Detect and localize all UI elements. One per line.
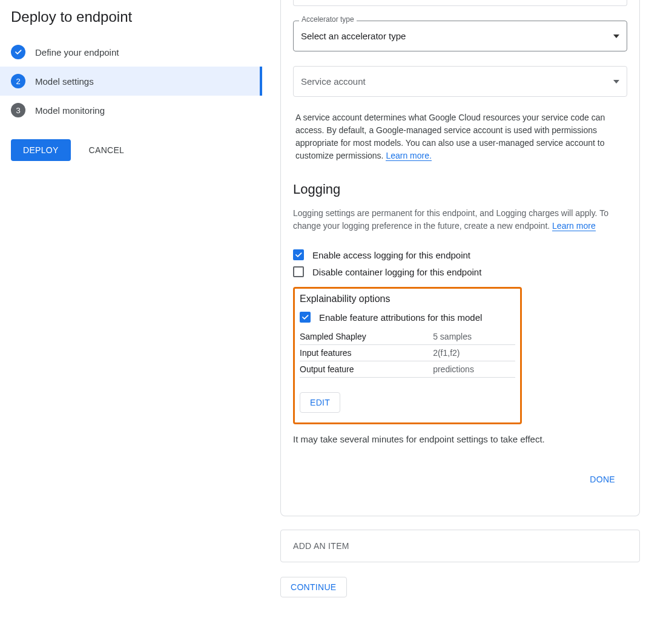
step-label: Model settings: [35, 76, 94, 87]
sidebar: Deploy to endpoint Define your endpoint …: [0, 0, 262, 644]
main-content: Accelerator type Select an accelerator t…: [262, 0, 646, 644]
add-item-button[interactable]: ADD AN ITEM: [280, 530, 640, 562]
field-label: Accelerator type: [299, 15, 357, 24]
edit-button[interactable]: EDIT: [300, 392, 340, 413]
page-title: Deploy to endpoint: [0, 0, 262, 38]
table-key: Input features: [300, 345, 433, 361]
table-row: Output feature predictions: [300, 361, 515, 378]
continue-button[interactable]: CONTINUE: [280, 577, 347, 597]
logging-heading: Logging: [293, 182, 627, 197]
table-val: 2(f1,f2): [433, 345, 515, 361]
disable-container-logging-checkbox[interactable]: [293, 266, 304, 277]
truncated-field[interactable]: [293, 0, 627, 6]
settings-note: It may take several minutes for endpoint…: [293, 434, 627, 444]
steps-list: Define your endpoint 2 Model settings 3 …: [0, 38, 262, 125]
cancel-button[interactable]: CANCEL: [89, 145, 125, 155]
step-model-monitoring[interactable]: 3 Model monitoring: [0, 96, 262, 125]
explainability-title: Explainability options: [300, 294, 515, 304]
checkbox-label: Disable container logging for this endpo…: [312, 267, 481, 277]
table-row: Sampled Shapley 5 samples: [300, 329, 515, 345]
service-account-helper: A service account determines what Google…: [293, 111, 627, 162]
chevron-down-icon: [613, 80, 619, 84]
table-key: Output feature: [300, 361, 433, 378]
chevron-down-icon: [613, 34, 619, 38]
learn-more-link[interactable]: Learn more.: [386, 151, 431, 161]
step-label: Define your endpoint: [35, 47, 119, 58]
select-placeholder: Service account: [301, 76, 366, 87]
deploy-button[interactable]: DEPLOY: [11, 139, 71, 161]
enable-access-logging-row: Enable access logging for this endpoint: [293, 249, 627, 260]
settings-panel: Accelerator type Select an accelerator t…: [280, 0, 640, 516]
table-key: Sampled Shapley: [300, 329, 433, 345]
enable-feature-attr-row: Enable feature attributions for this mod…: [300, 312, 515, 323]
step-model-settings[interactable]: 2 Model settings: [0, 67, 262, 96]
logging-desc: Logging settings are permanent for this …: [293, 207, 627, 232]
checkbox-label: Enable access logging for this endpoint: [312, 250, 470, 260]
sidebar-actions: DEPLOY CANCEL: [0, 125, 262, 176]
step-number-icon: 3: [11, 103, 25, 117]
step-define-endpoint[interactable]: Define your endpoint: [0, 38, 262, 67]
step-number-icon: 2: [11, 74, 25, 88]
service-account-field[interactable]: Service account: [293, 66, 627, 97]
learn-more-link[interactable]: Learn more: [552, 221, 596, 231]
checkbox-label: Enable feature attributions for this mod…: [319, 312, 482, 323]
disable-container-logging-row: Disable container logging for this endpo…: [293, 266, 627, 277]
check-icon: [11, 45, 25, 59]
accelerator-type-field[interactable]: Accelerator type Select an accelerator t…: [293, 21, 627, 51]
select-value: Select an accelerator type: [301, 31, 406, 41]
done-button[interactable]: DONE: [590, 475, 615, 484]
step-label: Model monitoring: [35, 105, 105, 116]
table-val: 5 samples: [433, 329, 515, 345]
table-val: predictions: [433, 361, 515, 378]
explainability-options-box: Explainability options Enable feature at…: [293, 287, 522, 424]
enable-access-logging-checkbox[interactable]: [293, 249, 304, 260]
enable-feature-attr-checkbox[interactable]: [300, 312, 311, 323]
feature-attr-table: Sampled Shapley 5 samples Input features…: [300, 329, 515, 378]
table-row: Input features 2(f1,f2): [300, 345, 515, 361]
